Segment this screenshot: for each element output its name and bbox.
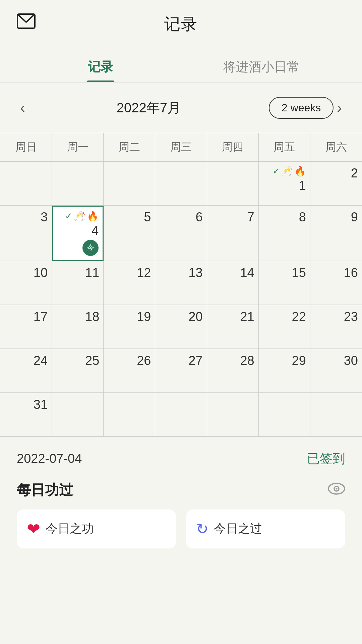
daily-card-fault[interactable]: ↻ 今日之过 xyxy=(186,509,345,548)
weekday-mon: 周一 xyxy=(52,133,104,161)
fault-label: 今日之过 xyxy=(214,521,262,537)
day-17[interactable]: 17 xyxy=(0,305,52,349)
page-title: 记录 xyxy=(164,13,198,35)
day-empty xyxy=(155,393,207,437)
calendar-controls: ‹ 2022年7月 2 weeks › xyxy=(0,83,362,133)
tab-bar: 记录 将进酒小日常 xyxy=(0,48,362,83)
day-9[interactable]: 9 xyxy=(310,206,362,261)
tab-records[interactable]: 记录 xyxy=(20,48,181,82)
day-13[interactable]: 13 xyxy=(155,261,207,305)
day-21[interactable]: 21 xyxy=(207,305,259,349)
day-7[interactable]: 7 xyxy=(207,206,259,261)
day-empty xyxy=(207,393,259,437)
date-row: 2022-07-04 已签到 xyxy=(17,450,345,467)
calendar-week-3: 10 11 12 13 14 15 16 xyxy=(0,261,362,305)
fault-icon: ↻ xyxy=(196,520,208,537)
eye-icon[interactable] xyxy=(328,482,345,498)
day-16[interactable]: 16 xyxy=(310,261,362,305)
daily-section-title-row: 每日功过 xyxy=(17,481,345,499)
day-19[interactable]: 19 xyxy=(104,305,155,349)
today-badge: 今 xyxy=(82,240,99,256)
daily-card-merit[interactable]: ❤ 今日之功 xyxy=(17,509,176,548)
view-mode-button[interactable]: 2 weeks xyxy=(269,97,334,119)
day-15[interactable]: 15 xyxy=(259,261,310,305)
day-27[interactable]: 27 xyxy=(155,349,207,393)
day-1-icons: ✓ 🥂 🔥 xyxy=(273,166,306,177)
day-31[interactable]: 31 xyxy=(0,393,52,437)
merit-label: 今日之功 xyxy=(46,521,94,537)
daily-section-title: 每日功过 xyxy=(17,481,73,499)
header: 记录 xyxy=(0,0,362,42)
day-empty xyxy=(52,162,104,205)
day-14[interactable]: 14 xyxy=(207,261,259,305)
day-empty xyxy=(207,162,259,205)
day-22[interactable]: 22 xyxy=(259,305,310,349)
day-11[interactable]: 11 xyxy=(52,261,104,305)
calendar-week-4: 17 18 19 20 21 22 23 xyxy=(0,305,362,349)
day-28[interactable]: 28 xyxy=(207,349,259,393)
day-6[interactable]: 6 xyxy=(155,206,207,261)
day-29[interactable]: 29 xyxy=(259,349,310,393)
weekday-sun: 周日 xyxy=(0,133,52,161)
day-4-icons: ✓ 🥂 🔥 xyxy=(65,211,99,222)
checkin-button[interactable]: 已签到 xyxy=(307,450,345,467)
weekday-wed: 周三 xyxy=(155,133,207,161)
day-30[interactable]: 30 xyxy=(310,349,362,393)
calendar: 周日 周一 周二 周三 周四 周五 周六 ✓ 🥂 🔥 1 2 3 xyxy=(0,133,362,437)
day-empty xyxy=(104,162,155,205)
tab-daily[interactable]: 将进酒小日常 xyxy=(181,48,342,82)
merit-icon: ❤ xyxy=(27,520,40,538)
day-1[interactable]: ✓ 🥂 🔥 1 xyxy=(259,162,310,205)
weekday-sat: 周六 xyxy=(310,133,362,161)
day-26[interactable]: 26 xyxy=(104,349,155,393)
current-date: 2022-07-04 xyxy=(17,451,82,466)
day-empty xyxy=(0,162,52,205)
weekday-header: 周日 周一 周二 周三 周四 周五 周六 xyxy=(0,133,362,161)
calendar-week-2: 3 ✓ 🥂 🔥 4 今 5 6 7 8 9 xyxy=(0,205,362,261)
weekday-fri: 周五 xyxy=(259,133,310,161)
svg-point-3 xyxy=(336,488,338,489)
weekday-thu: 周四 xyxy=(207,133,259,161)
day-12[interactable]: 12 xyxy=(104,261,155,305)
mail-icon[interactable] xyxy=(17,13,36,30)
day-10[interactable]: 10 xyxy=(0,261,52,305)
bottom-section: 2022-07-04 已签到 每日功过 ❤ 今日之功 ↻ 今日之过 xyxy=(0,437,362,562)
day-empty xyxy=(104,393,155,437)
day-18[interactable]: 18 xyxy=(52,305,104,349)
calendar-week-1: ✓ 🥂 🔥 1 2 xyxy=(0,161,362,205)
day-24[interactable]: 24 xyxy=(0,349,52,393)
day-8[interactable]: 8 xyxy=(259,206,310,261)
next-arrow[interactable]: › xyxy=(334,96,345,119)
day-2[interactable]: 2 xyxy=(310,162,362,205)
month-title: 2022年7月 xyxy=(28,99,269,117)
calendar-week-6: 31 xyxy=(0,393,362,437)
day-4-today[interactable]: ✓ 🥂 🔥 4 今 xyxy=(52,206,104,261)
day-empty xyxy=(155,162,207,205)
day-23[interactable]: 23 xyxy=(310,305,362,349)
day-20[interactable]: 20 xyxy=(155,305,207,349)
calendar-week-5: 24 25 26 27 28 29 30 xyxy=(0,349,362,393)
day-3[interactable]: 3 xyxy=(0,206,52,261)
day-empty xyxy=(52,393,104,437)
daily-cards: ❤ 今日之功 ↻ 今日之过 xyxy=(17,509,345,548)
weekday-tue: 周二 xyxy=(104,133,155,161)
day-empty xyxy=(310,393,362,437)
prev-arrow[interactable]: ‹ xyxy=(17,96,28,119)
day-empty xyxy=(259,393,310,437)
day-5[interactable]: 5 xyxy=(104,206,155,261)
day-25[interactable]: 25 xyxy=(52,349,104,393)
